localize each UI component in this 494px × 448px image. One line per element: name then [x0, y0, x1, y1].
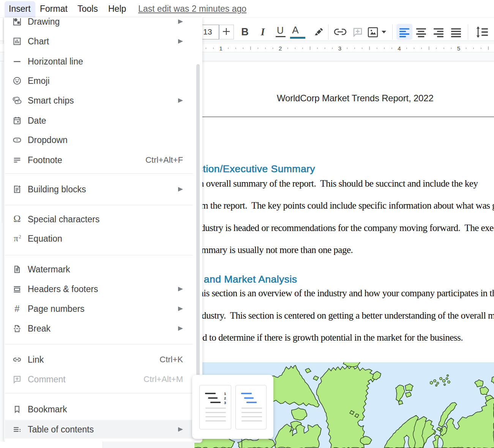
svg-text:2: 2: [19, 234, 21, 239]
svg-text:2: 2: [279, 45, 282, 52]
svg-text:1: 1: [224, 391, 226, 396]
svg-text:4: 4: [398, 45, 401, 52]
svg-text:π: π: [14, 234, 18, 243]
svg-text:3: 3: [224, 401, 226, 405]
svg-text:3: 3: [338, 45, 341, 52]
svg-text:Ω: Ω: [13, 215, 21, 224]
svg-text:5: 5: [457, 45, 460, 52]
svg-text:#: #: [14, 304, 20, 313]
svg-text:1: 1: [219, 45, 222, 52]
svg-text:2: 2: [224, 396, 226, 400]
